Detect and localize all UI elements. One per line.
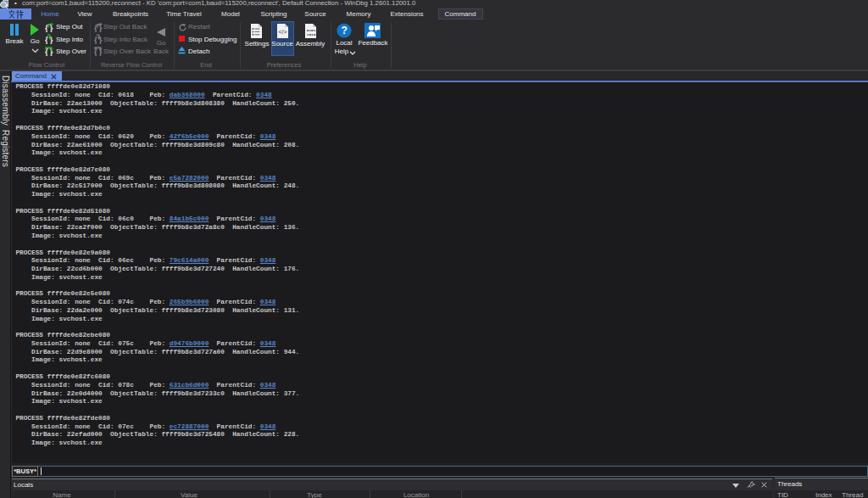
- svg-text:{: {: [45, 36, 48, 45]
- svg-text:{: {: [45, 23, 48, 32]
- svg-text:{: {: [94, 23, 97, 32]
- svg-text:{: {: [94, 36, 97, 45]
- svg-text:?: ?: [342, 25, 348, 36]
- svg-text:1010: 1010: [307, 32, 316, 36]
- svg-text:</>: </>: [279, 29, 287, 35]
